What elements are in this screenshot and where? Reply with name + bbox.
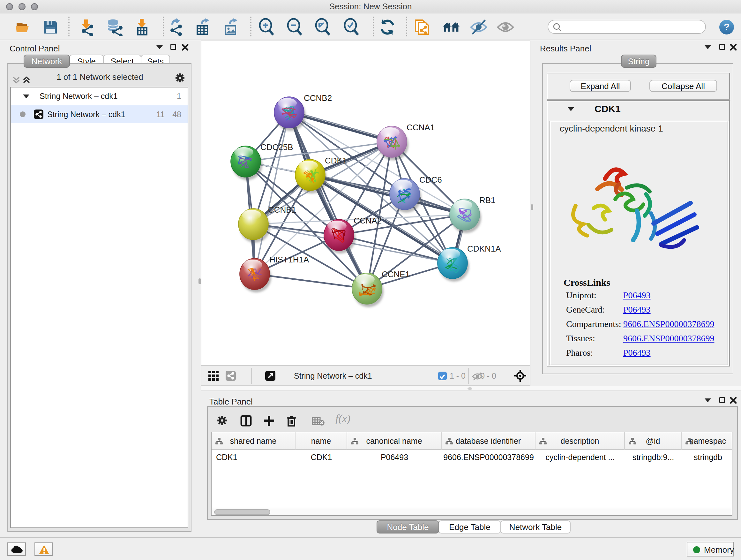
network-node-CCNE1[interactable]: CCNE1 [352,269,410,307]
import-network-from-database-icon[interactable] [105,18,123,36]
import-network-icon[interactable] [78,18,96,36]
help-button[interactable]: ? [719,20,734,35]
crosslink-label: GeneCard: [566,305,605,314]
control-panel-menu-icon[interactable] [156,45,163,49]
column-header-name[interactable]: name [295,432,347,450]
network-node-HIST1H1A[interactable]: HIST1H1A [240,255,309,293]
string-document-icon[interactable] [414,18,431,36]
column-header-namespac[interactable]: namespac [682,432,734,450]
network-row[interactable]: String Network – cdk1 11 48 [11,105,188,123]
column-header-shared-name[interactable]: shared name [212,432,295,450]
birds-eye-view-icon[interactable] [208,371,219,381]
network-canvas[interactable]: CCNB2CCNA1CDC25BCDK1CDC6RB1CCNB1CCNA2CDK… [201,41,530,366]
network-view-title: String Network – cdk1 [294,371,372,381]
network-tree: String Network – cdk1 1 String Network –… [10,87,188,528]
table-panel-float-icon[interactable] [719,397,725,403]
column-header-canonical-name[interactable]: canonical name [347,432,442,450]
open-file-icon[interactable] [14,18,32,36]
cell-6[interactable]: stringdb [682,453,734,462]
selected-checkbox-icon[interactable] [438,372,447,380]
tab-node-table[interactable]: Node Table [377,520,439,534]
tab-edge-table[interactable]: Edge Table [439,520,501,534]
export-table-icon[interactable] [194,18,212,36]
cell-4[interactable]: cyclin-dependent ... [536,453,625,462]
crosslink-link[interactable]: P06493 [623,290,651,300]
gene-expander-icon[interactable] [568,107,574,111]
horizontal-scrollbar[interactable] [212,508,731,515]
column-header-@id[interactable]: @id [625,432,682,450]
column-header-database-identifier[interactable]: database identifier [442,432,536,450]
node-label-CDC25B: CDC25B [260,142,293,152]
column-label: name [295,436,347,446]
delete-table-icon[interactable] [312,417,325,426]
network-collection-row[interactable]: String Network – cdk1 1 [11,87,188,105]
window-close-button[interactable] [6,3,13,10]
refresh-icon[interactable] [379,18,396,36]
selected-count: 1 - 0 [450,371,466,381]
collapse-all-button[interactable]: Collapse All [650,80,717,92]
eye-icon[interactable] [496,18,515,36]
results-panel-menu-icon[interactable] [704,45,711,49]
network-node-CDKN1A[interactable]: CDKN1A [437,244,501,282]
crosslink-link[interactable]: 9606.ENSP00000378699 [623,333,714,344]
scrollbar-thumb[interactable] [214,509,270,515]
cell-2[interactable]: P06493 [347,453,442,462]
external-view-icon[interactable] [265,371,275,381]
network-node-RB1[interactable]: RB1 [450,195,495,233]
collection-expander-icon[interactable] [23,95,29,98]
cell-1[interactable]: CDK1 [295,453,347,462]
table-gear-icon[interactable] [217,415,227,426]
zoom-in-icon[interactable] [258,18,276,36]
cloud-button[interactable] [7,543,26,556]
search-input[interactable] [548,20,706,34]
cell-0[interactable]: CDK1 [216,453,293,462]
results-panel-float-icon[interactable] [719,44,725,50]
export-image-icon[interactable] [222,18,240,36]
crosslink-link[interactable]: 9606.ENSP00000378699 [623,319,714,329]
network-edge[interactable] [255,112,289,274]
tab-network[interactable]: Network [23,55,70,68]
left-splitter-handle[interactable] [199,278,201,284]
crosslink-link[interactable]: P06493 [623,348,651,358]
control-panel-close-icon[interactable] [181,44,189,51]
zoom-selected-icon[interactable] [343,18,360,36]
control-panel-float-icon[interactable] [171,44,176,50]
home-icon[interactable] [442,18,460,36]
hide-unhide-icon[interactable] [470,18,488,36]
gear-icon[interactable] [175,73,185,83]
tab-network-table[interactable]: Network Table [500,520,570,534]
memory-button[interactable]: Memory [687,542,734,557]
expand-all-button[interactable]: Expand All [569,80,631,92]
network-share-icon[interactable] [226,371,236,381]
results-panel-close-icon[interactable] [730,44,737,51]
column-label: shared name [212,436,295,446]
zoom-out-icon[interactable] [286,18,304,36]
zoom-fit-icon[interactable] [314,18,332,36]
search-icon [553,23,562,32]
node-gloss [381,127,400,138]
columns-icon[interactable] [240,415,252,427]
warning-button[interactable] [35,543,53,556]
delete-icon[interactable] [286,415,297,427]
crosslink-link[interactable]: P06493 [623,305,651,315]
cell-5[interactable]: stringdb:9... [625,453,682,462]
node-label-CDC6: CDC6 [419,175,442,185]
function-builder-icon[interactable]: f(x) [335,413,350,425]
table-panel-close-icon[interactable] [730,396,737,404]
import-table-icon[interactable] [133,18,151,36]
window-minimize-button[interactable] [18,3,25,10]
network-node-CDK1[interactable]: CDK1 [295,156,347,193]
window-zoom-button[interactable] [31,3,38,10]
export-network-icon[interactable] [167,18,185,36]
right-splitter-handle[interactable] [531,204,533,210]
fit-selected-icon[interactable] [514,370,526,382]
save-session-icon[interactable] [42,18,59,36]
node-label-HIST1H1A: HIST1H1A [269,255,309,264]
cell-3[interactable]: 9606.ENSP00000378699 [442,453,536,462]
column-header-description[interactable]: description [536,432,625,450]
add-icon[interactable] [263,415,275,427]
table-panel-splitter[interactable] [201,386,741,391]
network-edge[interactable] [255,274,367,289]
tab-string[interactable]: String [621,55,657,68]
table-panel-menu-icon[interactable] [704,398,711,402]
